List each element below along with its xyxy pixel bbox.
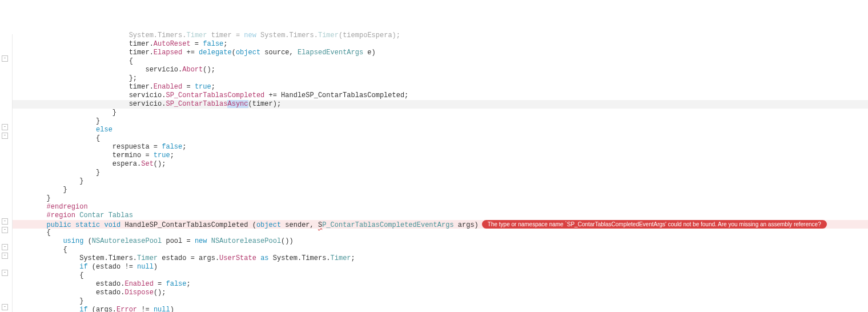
- code-token: Elapsed: [154, 49, 182, 57]
- fold-toggle[interactable]: -: [2, 270, 8, 276]
- code-line[interactable]: };: [13, 74, 868, 83]
- code-line[interactable]: respuesta = false;: [13, 143, 868, 151]
- code-line[interactable]: servicio.Abort();: [13, 66, 868, 74]
- code-line[interactable]: }: [13, 109, 868, 117]
- indent: [14, 263, 79, 271]
- code-line[interactable]: {: [13, 271, 868, 280]
- code-token: ): [170, 306, 174, 312]
- code-token: [207, 237, 211, 245]
- code-line[interactable]: using (NSAutoreleasePool pool = new NSAu…: [13, 237, 868, 246]
- code-token: if: [79, 306, 87, 312]
- code-token: {: [47, 229, 51, 237]
- code-token: .: [314, 31, 318, 39]
- code-token: pool =: [162, 237, 195, 245]
- code-token: ();: [203, 66, 215, 74]
- error-bubble[interactable]: The type or namespace name `SP_ContarTab…: [482, 220, 827, 229]
- code-token: {: [79, 271, 83, 279]
- code-line[interactable]: timer.AutoReset = false;: [13, 40, 868, 49]
- fold-toggle[interactable]: -: [2, 304, 8, 310]
- code-line[interactable]: #region Contar Tablas: [13, 211, 868, 220]
- indent: [14, 194, 47, 202]
- code-line[interactable]: espera.Set();: [13, 160, 868, 169]
- code-token: e): [363, 49, 376, 57]
- code-token: }: [96, 117, 100, 125]
- indent: [14, 221, 47, 229]
- code-token: void: [104, 221, 120, 229]
- code-token: termino =: [112, 151, 154, 159]
- code-line[interactable]: {: [13, 229, 868, 237]
- code-token: =: [154, 280, 166, 288]
- code-line[interactable]: System.Timers.Timer estado = args.UserSt…: [13, 254, 868, 263]
- code-token: null: [137, 263, 154, 271]
- code-line[interactable]: }: [13, 117, 868, 126]
- code-line[interactable]: public static void HandleSP_ContarTablas…: [13, 220, 868, 229]
- code-line[interactable]: }: [13, 169, 868, 177]
- indent: [14, 169, 96, 177]
- fold-toggle[interactable]: -: [2, 227, 8, 233]
- fold-toggle[interactable]: -: [2, 244, 8, 250]
- code-line[interactable]: servicio.SP_ContarTablasAsync(timer);: [13, 100, 868, 109]
- code-token: System.: [256, 31, 290, 39]
- fold-toggle[interactable]: -: [2, 124, 8, 130]
- code-line[interactable]: estado.Dispose();: [13, 289, 868, 297]
- code-line[interactable]: estado.Enabled = false;: [13, 280, 868, 289]
- code-token: static: [75, 221, 100, 229]
- code-line[interactable]: }: [13, 177, 868, 186]
- code-token: sender,: [281, 221, 318, 229]
- code-token: }: [79, 177, 83, 185]
- code-token: null: [154, 306, 170, 312]
- code-line[interactable]: #endregion: [13, 203, 868, 211]
- code-token: (: [232, 49, 236, 57]
- code-token: {: [63, 246, 67, 254]
- code-line[interactable]: servicio.SP_ContarTablasCompleted += Han…: [13, 91, 868, 100]
- code-line[interactable]: timer.Enabled = true;: [13, 83, 868, 91]
- code-token: Timer: [331, 254, 351, 262]
- fold-toggle[interactable]: -: [2, 133, 8, 139]
- code-editor[interactable]: ----------- System.Timers.Timer timer = …: [0, 34, 868, 312]
- code-token: public: [47, 221, 71, 229]
- code-line[interactable]: }: [13, 194, 868, 203]
- code-token: (estado !=: [88, 263, 137, 271]
- fold-toggle[interactable]: -: [2, 55, 8, 62]
- code-token: +=: [182, 49, 199, 57]
- code-token: ElapsedEventArgs: [298, 49, 363, 57]
- code-line[interactable]: }: [13, 297, 868, 306]
- code-token: (timer);: [248, 100, 282, 108]
- indent: [14, 271, 79, 279]
- indent: [14, 289, 96, 297]
- indent: [14, 31, 129, 39]
- code-line[interactable]: timer.Elapsed += delegate(object source,…: [13, 49, 868, 57]
- code-token: timer.: [129, 83, 154, 91]
- code-token: .: [326, 254, 330, 262]
- code-line[interactable]: termino = true;: [13, 151, 868, 160]
- code-line[interactable]: if (estado != null): [13, 263, 868, 271]
- indent: [14, 160, 112, 168]
- code-token: =: [191, 40, 203, 48]
- code-area[interactable]: System.Timers.Timer timer = new System.T…: [13, 31, 868, 312]
- code-token: Set: [141, 160, 154, 168]
- indent: [14, 254, 79, 262]
- indent: [14, 126, 96, 134]
- code-line[interactable]: System.Timers.Timer timer = new System.T…: [13, 31, 868, 40]
- code-token: }: [96, 169, 100, 177]
- code-token: args): [454, 221, 479, 229]
- code-token: as: [260, 254, 268, 262]
- code-line[interactable]: {: [13, 57, 868, 66]
- code-line[interactable]: if (args.Error != null): [13, 306, 868, 312]
- code-line[interactable]: else: [13, 126, 868, 134]
- code-token: += HandleSP_ContarTablasCompleted;: [264, 91, 408, 99]
- code-token: ();: [154, 160, 166, 168]
- indent: [14, 306, 79, 312]
- code-token: false: [203, 40, 223, 48]
- fold-toggle[interactable]: -: [2, 253, 8, 259]
- code-line[interactable]: }: [13, 186, 868, 194]
- code-token: timer.: [129, 49, 154, 57]
- indent: [14, 246, 63, 254]
- fold-gutter[interactable]: -----------: [0, 34, 13, 312]
- code-token: espera.: [112, 160, 141, 168]
- code-line[interactable]: {: [13, 246, 868, 254]
- indent: [14, 91, 129, 99]
- code-line[interactable]: {: [13, 134, 868, 143]
- fold-toggle[interactable]: -: [2, 218, 8, 225]
- code-token: using: [63, 237, 83, 245]
